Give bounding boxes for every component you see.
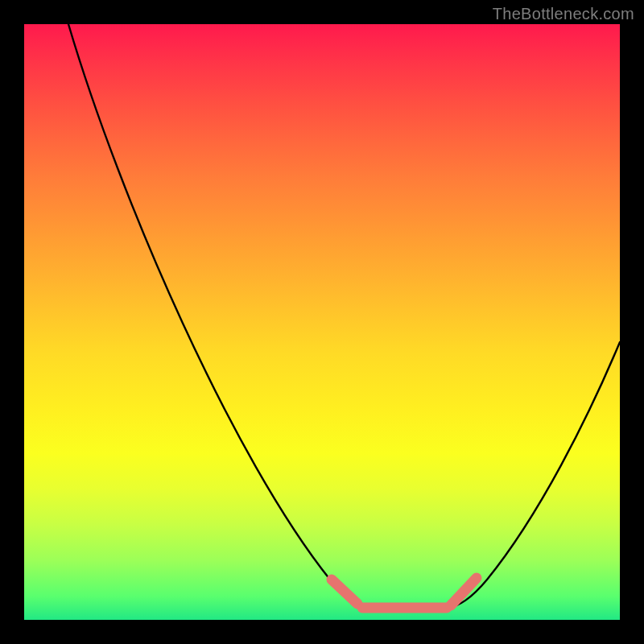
- plot-area: [24, 24, 620, 620]
- chart-frame: TheBottleneck.com: [0, 0, 644, 644]
- left-highlight: [332, 580, 357, 604]
- curve-path: [68, 24, 620, 611]
- bottleneck-curve: [24, 24, 620, 620]
- watermark-text: TheBottleneck.com: [493, 5, 634, 23]
